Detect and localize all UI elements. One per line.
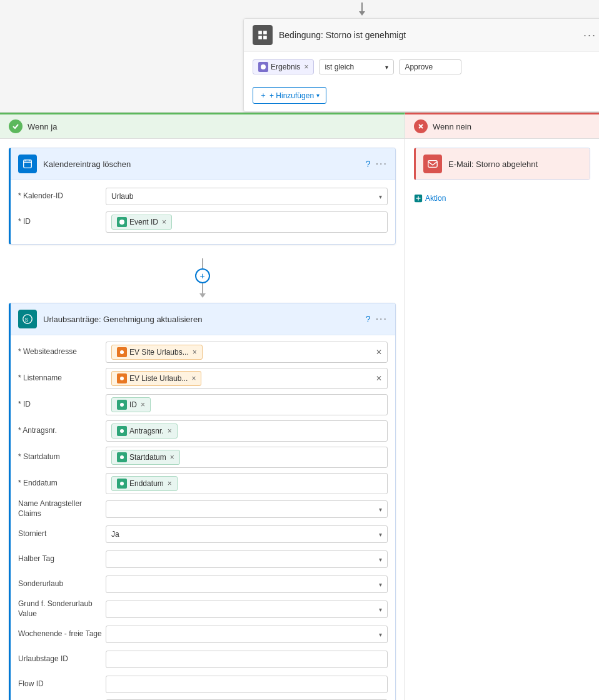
listenname-icon [117, 373, 127, 383]
enddatum-close[interactable]: × [168, 479, 172, 488]
startdatum-icon [117, 452, 127, 462]
event-id-chip-icon [117, 217, 127, 227]
id-tag-close[interactable]: × [141, 400, 145, 409]
antragsnr-row: * Antragsnr. Antragsnr. × [18, 420, 388, 442]
add-between-button[interactable]: + [195, 268, 210, 283]
svg-rect-3 [263, 36, 267, 39]
listenname-tag[interactable]: EV Liste Urlaub... × [111, 371, 201, 386]
event-id-tag[interactable]: Event ID × [111, 215, 172, 230]
kalender-help-button[interactable]: ? [366, 159, 371, 169]
email-header: E-Mail: Storno abgelehnt [416, 148, 590, 180]
svg-text:S: S [25, 317, 29, 323]
sharepoint-icon: S [18, 310, 37, 328]
wenn-ja-label: Wenn ja [28, 122, 57, 131]
listenname-row: * Listenname EV Liste Urlaub... × [18, 368, 388, 389]
wenn-ja-section: Wenn ja Kalendereintrag l [0, 113, 405, 700]
svg-rect-0 [258, 31, 262, 34]
startdatum-tag[interactable]: Startdatum × [111, 450, 180, 465]
svg-rect-1 [263, 31, 267, 34]
sonderurlaub-row: Sonderurlaub ▾ [18, 574, 388, 594]
enddatum-row: * Enddatum Enddatum × [18, 473, 388, 494]
sonderurlaub-dropdown[interactable]: ▾ [106, 576, 388, 593]
wenn-nein-section: Wenn nein E-Mail: Storno abgelehnt [405, 113, 599, 700]
plus-icon: ＋ [259, 90, 267, 101]
antragsnr-close[interactable]: × [168, 427, 172, 435]
add-condition-button[interactable]: ＋ + Hinzufügen ▾ [244, 82, 599, 111]
listenname-tag-close[interactable]: × [191, 374, 196, 383]
urlaubsantraege-card: S Urlaubsanträge: Genehmigung aktualisie… [9, 303, 396, 700]
kalender-more-button[interactable]: ··· [376, 158, 388, 170]
email-card: E-Mail: Storno abgelehnt [414, 148, 590, 180]
halber-tag-row: Halber Tag ▾ [18, 549, 388, 569]
operator-select[interactable]: ist gleich ▾ [319, 59, 394, 74]
antragsteller-row: Name Antragsteller Claims ▾ [18, 499, 388, 519]
event-id-label: * ID [18, 217, 106, 227]
kalender-id-value[interactable]: Urlaub ▾ [106, 188, 388, 205]
event-id-value: Event ID × [106, 211, 388, 233]
antragsteller-dropdown[interactable]: ▾ [106, 500, 388, 518]
add-chevron: ▾ [316, 92, 320, 99]
startdatum-close[interactable]: × [170, 453, 174, 462]
enddatum-icon [117, 479, 127, 489]
listenname-label: * Listenname [18, 373, 106, 383]
wochenende-dropdown[interactable]: ▾ [106, 626, 388, 643]
halber-tag-dropdown[interactable]: ▾ [106, 550, 388, 568]
antragsnr-tag[interactable]: Antragsnr. × [111, 424, 178, 439]
websiteadresse-clear[interactable]: ✕ [376, 348, 382, 357]
aktionen-button[interactable]: Aktion [405, 189, 599, 208]
enddatum-label: * Enddatum [18, 479, 106, 489]
flow-id-input[interactable] [106, 676, 388, 693]
grund-chevron: ▾ [379, 606, 382, 613]
kalender-id-row: * Kalender-ID Urlaub ▾ [18, 186, 388, 206]
urlaubstage-id-label: Urlaubstage ID [18, 654, 106, 664]
urlaubsantraege-body: * Websiteadresse EV Site Urlaubs... × [11, 335, 395, 700]
ergebnis-close[interactable]: × [304, 63, 308, 71]
startdatum-label: * Startdatum [18, 452, 106, 462]
id-tag[interactable]: ID × [111, 397, 151, 412]
email-title: E-Mail: Storno abgelehnt [448, 160, 582, 169]
check-circle [9, 119, 23, 133]
storniert-label: Storniert [18, 529, 106, 539]
sonderurlaub-chevron: ▾ [379, 581, 382, 588]
svg-rect-21 [428, 161, 437, 168]
wochenende-label: Wochenende - freie Tage [18, 629, 106, 639]
ergebnis-tag[interactable]: Ergebnis × [253, 59, 314, 74]
grund-row: Grund f. Sonderurlaub Value ▾ [18, 599, 388, 619]
urlaubsantraege-more-button[interactable]: ··· [376, 313, 388, 325]
enddatum-tag[interactable]: Enddatum × [111, 476, 178, 491]
urlaubsantraege-title: Urlaubsanträge: Genehmigung aktualisiere… [43, 315, 366, 324]
antragsteller-label: Name Antragsteller Claims [18, 499, 106, 519]
ergebnis-icon [258, 62, 268, 72]
event-id-close[interactable]: × [162, 218, 166, 226]
urlaubstage-id-row: Urlaubstage ID [18, 649, 388, 669]
antragsnr-label: * Antragsnr. [18, 426, 106, 436]
urlaubsantraege-header: S Urlaubsanträge: Genehmigung aktualisie… [11, 303, 395, 335]
halber-tag-chevron: ▾ [379, 556, 382, 563]
outlook-icon [18, 155, 37, 173]
kalender-body: * Kalender-ID Urlaub ▾ * ID [11, 180, 395, 244]
kalender-id-chevron: ▾ [379, 193, 382, 200]
websiteadresse-tag-close[interactable]: × [193, 348, 197, 357]
storniert-chevron: ▾ [379, 531, 382, 538]
svg-point-14 [120, 403, 124, 407]
urlaubstage-id-input[interactable] [106, 651, 388, 668]
svg-rect-2 [258, 36, 262, 39]
storniert-row: Storniert Ja ▾ [18, 524, 388, 544]
grund-dropdown[interactable]: ▾ [106, 601, 388, 618]
storniert-dropdown[interactable]: Ja ▾ [106, 525, 388, 543]
urlaubsantraege-help-button[interactable]: ? [366, 314, 371, 324]
svg-point-4 [261, 64, 266, 69]
wochenende-row: Wochenende - freie Tage ▾ [18, 624, 388, 644]
listenname-clear[interactable]: ✕ [376, 374, 382, 383]
startdatum-row: * Startdatum Startdatum × [18, 447, 388, 468]
svg-point-12 [120, 350, 124, 354]
kalender-header: Kalendereintrag löschen ? ··· [11, 148, 395, 180]
condition-value-input[interactable]: Approve [399, 59, 461, 74]
halber-tag-label: Halber Tag [18, 554, 106, 564]
condition-body: Ergebnis × ist gleich ▾ Approve [244, 52, 599, 82]
condition-more-button[interactable]: ··· [583, 29, 596, 42]
websiteadresse-tag[interactable]: EV Site Urlaubs... × [111, 345, 203, 360]
operator-chevron: ▾ [385, 64, 388, 71]
svg-point-13 [120, 377, 124, 380]
event-id-row: * ID Event ID × [18, 211, 388, 233]
